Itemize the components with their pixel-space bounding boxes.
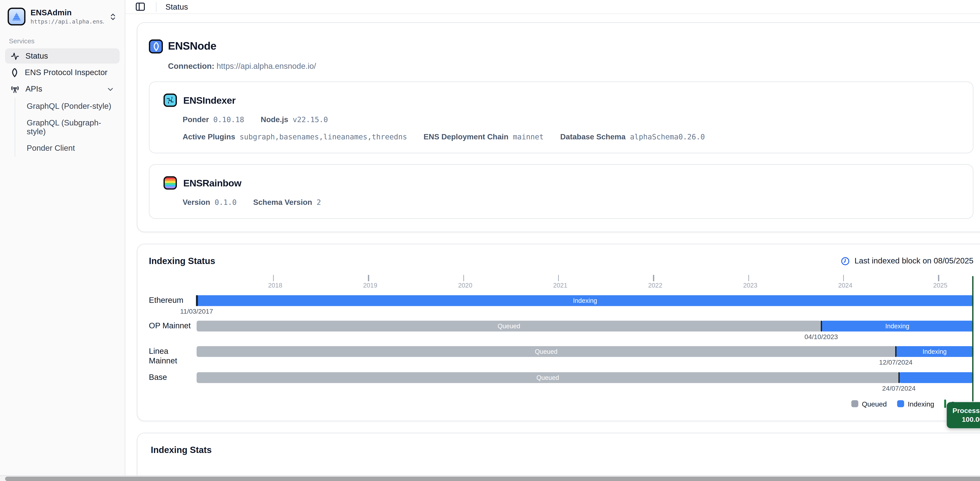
segment-label: Indexing [885,323,910,329]
indexing-segment[interactable]: Indexing [821,321,974,331]
info-field: Database Schema alphaSchema0.26.0 [560,132,705,141]
ensrainbow-title: ENSRainbow [183,178,242,188]
info-field: Ponder 0.10.18 [183,115,244,124]
axis-tick [748,275,749,281]
sidebar: ENSAdmin https://api.alpha.ens… Services… [0,0,126,481]
segment-start-marker [196,295,197,306]
connection-label: Connection: [168,62,215,70]
axis-year-label: 2023 [743,282,757,289]
axis-year-label: 2025 [933,282,947,289]
sidebar-subitem-ponder-client[interactable]: Ponder Client [22,140,119,156]
sidebar-subitem-graphql-subgraph-style-[interactable]: GraphQL (Subgraph-style) [22,115,119,140]
sidebar-item-ens-protocol-inspector[interactable]: ENS Protocol Inspector [5,65,119,80]
chain-start-date: 11/03/2017 [180,307,213,315]
chain-row-base: BaseQueued24/07/2024 [149,372,974,391]
workspace-name: ENSAdmin [30,8,104,18]
sidebar-subitem-graphql-ponder-style-[interactable]: GraphQL (Ponder-style) [22,98,119,115]
ensadmin-logo-icon [8,8,25,25]
chain-row-ethereum: EthereumIndexing11/03/2017 [149,295,974,314]
axis-year-label: 2018 [268,282,282,289]
axis-tick [843,275,844,281]
sidebar-item-label: Status [25,51,48,61]
topbar: Status [126,0,980,14]
legend-label: Queued [862,400,887,408]
chain-start-date: 12/07/2024 [879,358,913,366]
ensnode-title: ENSNode [168,40,216,53]
indexing-timeline-chart: 20182019202020212022202320242025 Ethereu… [149,275,974,408]
legend-item-queued: Queued [851,400,887,408]
indexing-segment[interactable]: Indexing [197,295,974,306]
tooltip-percent: 100.0000% [953,415,980,424]
timeline-axis: 20182019202020212022202320242025 [149,275,974,290]
scrollbar-thumb[interactable] [5,476,980,481]
activity-icon [10,51,20,61]
ens-lens-icon [10,68,19,77]
ensrainbow-icon [164,176,177,190]
topbar-divider [156,2,156,12]
connection-url[interactable]: https://api.alpha.ensnode.io/ [216,62,316,70]
horizontal-scrollbar[interactable] [0,475,980,481]
workspace-switcher[interactable]: ENSAdmin https://api.alpha.ens… [5,5,119,28]
indexing-status-card: Indexing Status Last indexed block on 08… [137,244,980,421]
axis-year-label: 2019 [363,282,377,289]
sidebar-subnav: GraphQL (Ponder-style)GraphQL (Subgraph-… [15,98,120,157]
indexing-stats-title: Indexing Stats [151,445,973,455]
tooltip-title: Processing data [953,406,980,415]
info-field: Version 0.1.0 [183,198,237,207]
chain-track: QueuedIndexing12/07/2024 [197,346,974,365]
chain-start-date: 04/10/2023 [804,333,838,341]
ensnode-icon [149,40,163,53]
axis-tick [558,275,559,281]
queued-swatch-icon [851,400,858,407]
axis-year-label: 2020 [458,282,473,289]
segment-label: Queued [535,348,558,355]
indexing-segment[interactable] [899,372,973,383]
chain-track: Queued24/07/2024 [197,372,974,391]
queued-segment[interactable]: Queued [197,321,821,331]
info-field: ENS Deployment Chain mainnet [423,132,544,141]
ensnode-card: ENSNode Connection: https://api.alpha.en… [137,22,980,232]
sidebar-item-status[interactable]: Status [5,48,119,64]
axis-tick [938,275,939,281]
axis-tick [273,275,274,281]
page-content: ENSNode Connection: https://api.alpha.en… [126,14,980,481]
queued-segment[interactable]: Queued [197,346,896,357]
sidebar-section-label: Services [5,28,119,48]
chain-name: Base [149,372,197,391]
indexing-status-title: Indexing Status [149,256,215,266]
sidebar-item-apis[interactable]: APIs [5,81,119,97]
axis-year-label: 2024 [838,282,853,289]
chart-legend: QueuedIndexingCurrent [149,400,974,408]
current-swatch-icon [944,400,946,408]
current-block-line [972,276,973,401]
axis-tick [368,275,369,281]
legend-item-indexing: Indexing [897,400,934,408]
clock-icon [840,256,850,266]
chain-track: QueuedIndexing04/10/2023 [197,321,974,340]
info-field: Node.js v22.15.0 [261,115,328,124]
axis-tick [653,275,654,281]
ensindexer-icon [164,94,177,107]
main-area: Status ENSNode Connection: https://api.a… [126,0,980,481]
legend-label: Indexing [908,400,934,408]
segment-start-marker [821,321,822,331]
segment-start-marker [895,346,897,357]
last-indexed-block: Last indexed block on 08/05/2025 [840,256,973,266]
queued-segment[interactable]: Queued [197,372,899,383]
chain-name: OP Mainnet [149,321,197,340]
indexing-swatch-icon [897,400,904,407]
progress-tooltip: Processing data 100.0000% [947,402,980,428]
sidebar-toggle-button[interactable] [134,0,147,13]
axis-year-label: 2021 [553,282,567,289]
indexing-segment[interactable]: Indexing [896,346,973,357]
segment-label: Queued [498,323,520,329]
panel-left-icon [135,1,146,12]
segment-label: Indexing [923,348,947,355]
workspace-url: https://api.alpha.ens… [30,18,104,25]
ensindexer-fields-row1: Ponder 0.10.18Node.js v22.15.0 [183,115,959,124]
chain-track: Indexing11/03/2017 [197,295,974,314]
chain-row-op-mainnet: OP MainnetQueuedIndexing04/10/2023 [149,321,974,340]
chain-start-date: 24/07/2024 [882,384,916,392]
ensindexer-fields-row2: Active Plugins subgraph,basenames,linean… [183,132,959,141]
chain-row-linea-mainnet: Linea MainnetQueuedIndexing12/07/2024 [149,346,974,366]
